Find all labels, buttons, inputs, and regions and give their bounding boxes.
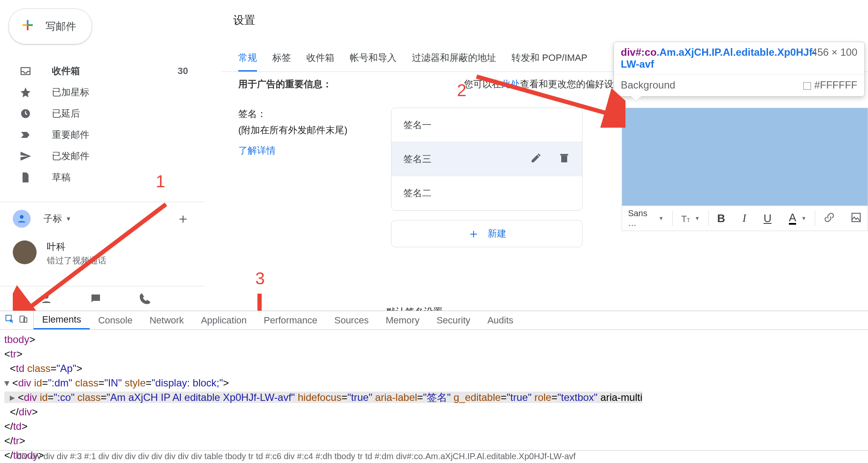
new-signature-button[interactable]: ＋ 新建 <box>391 220 582 247</box>
nav-label: 已发邮件 <box>52 150 89 163</box>
devtools-tab-memory[interactable]: Memory <box>377 311 428 329</box>
nav-label: 收件箱 <box>52 65 80 77</box>
learn-more-link[interactable]: 了解详情 <box>238 144 276 157</box>
annotation-arrow-2 <box>468 68 625 128</box>
nav-important[interactable]: 重要邮件 <box>0 124 204 146</box>
signature-list-column: 签名一 签名三 签名二 ＋ 新建 <box>391 108 582 247</box>
inbox-count: 30 <box>178 66 188 77</box>
tab-labels[interactable]: 标签 <box>272 51 291 71</box>
nav-sent[interactable]: 已发邮件 <box>0 146 204 167</box>
send-icon <box>19 149 32 163</box>
inbox-icon <box>19 64 32 78</box>
tooltip-id: #:co <box>636 46 657 58</box>
font-size-button[interactable]: TT▼ <box>681 213 700 224</box>
tooltip-bg-value: #FFFFFF <box>803 79 857 91</box>
new-label: 新建 <box>488 227 506 240</box>
signature-row[interactable]: 签名二 <box>391 176 582 210</box>
nav-drafts[interactable]: 草稿 <box>0 167 204 188</box>
page-title: 设置 <box>221 0 868 28</box>
signature-editor[interactable] <box>622 108 868 206</box>
device-icon[interactable] <box>19 314 28 326</box>
partial-label: 用于广告的重要信息： <box>238 78 332 91</box>
devtools-tab-application[interactable]: Application <box>192 311 255 329</box>
inspector-tooltip: div#:co.Am.aXjCH.IP.Al.editable.Xp0HJf-L… <box>614 42 865 97</box>
star-icon <box>19 86 32 99</box>
signature-row[interactable]: 签名三 <box>391 142 582 176</box>
compose-button[interactable]: 写邮件 <box>9 9 92 44</box>
devtools-tab-sources[interactable]: Sources <box>326 311 377 329</box>
svg-text:T: T <box>681 214 687 224</box>
add-label-button[interactable]: + <box>179 211 187 227</box>
underline-button[interactable]: U <box>763 212 771 225</box>
nav-starred[interactable]: 已加星标 <box>0 82 204 103</box>
annotation-2: 2 <box>457 81 466 100</box>
signature-left: 签名： (附加在所有外发邮件末尾) 了解详情 <box>238 108 358 157</box>
text-color-button[interactable]: A▼ <box>789 212 806 225</box>
tooltip-dims: 456 × 100 <box>812 46 857 70</box>
editor-toolbar: Sans …▼ TT▼ B I U A▼ <box>622 206 868 231</box>
devtools-breadcrumbs[interactable]: div div div div #:3 #:1 div div div div … <box>0 450 868 463</box>
italic-button[interactable]: I <box>742 212 746 225</box>
devtools-tab-audits[interactable]: Audits <box>479 311 522 329</box>
svg-line-6 <box>26 204 166 311</box>
nav-label: 已加星标 <box>52 86 89 99</box>
signature-name: 签名三 <box>403 153 431 166</box>
tab-general[interactable]: 常规 <box>238 51 257 71</box>
edit-icon[interactable] <box>530 152 542 166</box>
devtools-tab-security[interactable]: Security <box>428 311 479 329</box>
tooltip-bg-label: Background <box>621 79 675 91</box>
devtools: Elements Console Network Application Per… <box>0 311 868 463</box>
nav-snoozed[interactable]: 已延后 <box>0 103 204 124</box>
tooltip-tag: div <box>621 46 636 58</box>
file-icon <box>19 171 32 184</box>
devtools-tabs: Elements Console Network Application Per… <box>0 311 868 330</box>
nav-label: 已延后 <box>52 107 80 120</box>
color-swatch <box>803 82 811 90</box>
signature-title: 签名： <box>238 108 358 120</box>
tooltip-selector: div#:co.Am.aXjCH.IP.Al.editable.Xp0HJf-L… <box>621 46 799 70</box>
link-icon[interactable] <box>824 212 835 225</box>
bold-button[interactable]: B <box>717 212 725 225</box>
tab-inbox[interactable]: 收件箱 <box>306 51 334 71</box>
devtools-dom[interactable]: tbody> <tr> <td class="Ap"> ▾ <div id=":… <box>0 330 868 463</box>
chevron-down-icon: ▼ <box>659 215 664 221</box>
compose-label: 写邮件 <box>46 20 76 33</box>
clock-icon <box>19 107 32 120</box>
inspect-icon[interactable] <box>5 314 14 326</box>
nav-label: 重要邮件 <box>52 129 89 141</box>
delete-icon[interactable] <box>558 152 570 166</box>
signature-name: 签名一 <box>403 119 431 131</box>
image-icon[interactable] <box>851 212 862 225</box>
signature-editor-column: Sans …▼ TT▼ B I U A▼ <box>622 108 868 231</box>
devtools-tab-network[interactable]: Network <box>141 311 192 329</box>
svg-text:T: T <box>687 217 690 223</box>
nav: 收件箱 30 已加星标 已延后 重要邮件 已发邮件 草稿 <box>0 60 204 188</box>
plus-icon <box>19 17 36 36</box>
devtools-tab-console[interactable]: Console <box>90 311 141 329</box>
nav-inbox[interactable]: 收件箱 30 <box>0 60 204 82</box>
tab-accounts[interactable]: 帐号和导入 <box>350 51 397 71</box>
signature-name: 签名二 <box>403 187 431 200</box>
font-selector[interactable]: Sans …▼ <box>628 209 664 228</box>
plus-icon: ＋ <box>467 225 480 243</box>
nav-label: 草稿 <box>52 171 71 184</box>
annotation-3: 3 <box>255 269 265 288</box>
signature-sub: (附加在所有外发邮件末尾) <box>238 124 358 137</box>
annotation-arrow-1 <box>13 187 174 319</box>
important-icon <box>19 128 32 142</box>
devtools-tab-elements[interactable]: Elements <box>34 311 90 329</box>
svg-line-7 <box>477 77 613 115</box>
devtools-tab-performance[interactable]: Performance <box>255 311 326 329</box>
